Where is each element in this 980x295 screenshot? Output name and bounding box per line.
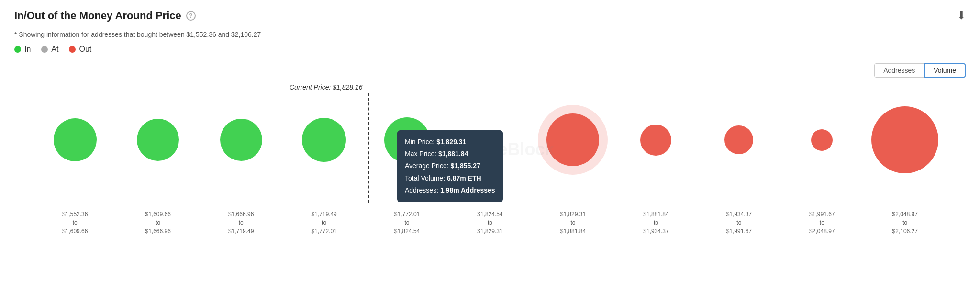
bubble-col-6: [532, 113, 614, 166]
page-container: In/Out of the Money Around Price ? ⬇ * S…: [0, 0, 980, 295]
bubble-col-10: [864, 106, 947, 173]
header: In/Out of the Money Around Price ? ⬇: [14, 10, 966, 22]
x-label-1: $1,609.66to$1,666.96: [116, 210, 199, 236]
header-left: In/Out of the Money Around Price ?: [14, 10, 196, 22]
bubble-col-3: [282, 118, 365, 162]
toggle-buttons: Addresses Volume: [874, 63, 966, 78]
help-icon[interactable]: ?: [186, 11, 196, 21]
legend-item-at: At: [41, 45, 58, 54]
out-dot: [69, 46, 76, 53]
bubble-col-1: [116, 119, 199, 161]
legend-item-in: In: [14, 45, 31, 54]
out-label: Out: [79, 45, 91, 54]
in-dot: [14, 46, 21, 53]
legend-item-out: Out: [69, 45, 91, 54]
x-label-3: $1,719.49to$1,772.01: [282, 210, 365, 236]
bubble-col-2: [200, 119, 282, 161]
x-label-10: $2,048.97to$2,106.27: [864, 210, 947, 236]
x-label-5: $1,824.54to$1,829.31: [448, 210, 531, 236]
bubble-3[interactable]: [302, 118, 346, 162]
bubble-col-7: [614, 125, 697, 156]
page-title: In/Out of the Money Around Price: [14, 10, 181, 22]
in-label: In: [24, 45, 31, 54]
x-label-0: $1,552.36to$1,609.66: [33, 210, 116, 236]
bubble-col-9: [780, 129, 863, 151]
bubble-6[interactable]: [546, 113, 599, 166]
bubble-col-0: [33, 118, 116, 161]
x-label-9: $1,991.67to$2,048.97: [780, 210, 863, 236]
bubble-2[interactable]: [220, 119, 262, 161]
volume-toggle-btn[interactable]: Volume: [924, 63, 966, 78]
axis-line: [14, 196, 966, 196]
legend: In At Out: [14, 45, 966, 54]
x-label-7: $1,881.84to$1,934.37: [614, 210, 697, 236]
x-label-6: $1,829.31to$1,881.84: [532, 210, 614, 236]
bubble-9[interactable]: [811, 129, 833, 151]
at-dot: [41, 46, 48, 53]
bubble-4[interactable]: [384, 117, 430, 163]
subtitle: * Showing information for addresses that…: [14, 31, 966, 38]
x-labels: $1,552.36to$1,609.66$1,609.66to$1,666.96…: [14, 210, 966, 236]
bubble-10[interactable]: [871, 106, 938, 173]
bubble-5[interactable]: [483, 133, 497, 147]
bubble-col-5: [448, 133, 531, 147]
addresses-toggle-btn[interactable]: Addresses: [874, 63, 924, 78]
bubble-col-4: [366, 117, 448, 163]
x-label-4: $1,772.01to$1,824.54: [366, 210, 448, 236]
x-label-2: $1,666.96to$1,719.49: [200, 210, 282, 236]
bubbles-row: [14, 92, 966, 188]
bubble-col-8: [698, 125, 780, 154]
chart-area: Addresses Volume Current Price: $1,828.1…: [14, 63, 966, 236]
bubble-1[interactable]: [137, 119, 179, 161]
bubble-8[interactable]: [724, 125, 753, 154]
at-label: At: [51, 45, 58, 54]
bubble-0[interactable]: [54, 118, 97, 161]
x-label-8: $1,934.37to$1,991.67: [698, 210, 780, 236]
download-icon[interactable]: ⬇: [957, 10, 966, 22]
bubble-7[interactable]: [640, 125, 671, 156]
current-price-label: Current Price: $1,828.16: [290, 83, 363, 91]
